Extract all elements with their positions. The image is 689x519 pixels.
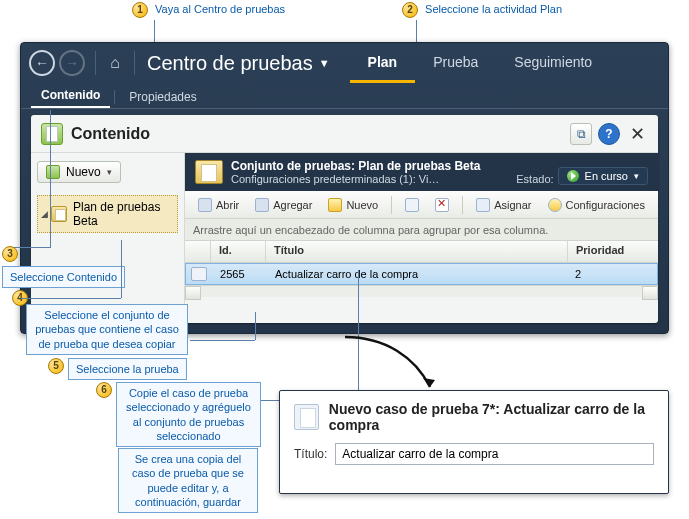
grid-header-title[interactable]: Título xyxy=(266,241,568,262)
callout-text-3: Seleccione Contenido xyxy=(2,266,125,288)
panel-title: Contenido xyxy=(71,125,564,143)
callout-text-5: Seleccione la prueba xyxy=(68,358,187,380)
assign-icon xyxy=(476,198,490,212)
open-button[interactable]: Abrir xyxy=(191,195,246,215)
callout-badge-3: 3 xyxy=(2,246,18,262)
callout-text-7: Se crea una copia del caso de prueba que… xyxy=(118,448,258,513)
callout-text-6: Copie el caso de prueba seleccionado y a… xyxy=(116,382,261,447)
new-label: Nuevo xyxy=(346,199,378,211)
assign-button[interactable]: Asignar xyxy=(469,195,538,215)
grid-header: Id. Título Prioridad xyxy=(185,241,658,263)
state-dropdown[interactable]: En curso xyxy=(558,167,648,185)
close-button[interactable]: ✕ xyxy=(626,123,648,145)
new-star-icon xyxy=(328,198,342,212)
config-button[interactable]: Configuraciones xyxy=(541,195,653,215)
testcase-icon xyxy=(191,267,207,281)
app-window: ← → ⌂ Centro de pruebas ▼ Plan Prueba Se… xyxy=(20,42,669,334)
config-label: Configuraciones xyxy=(566,199,646,211)
grid-cell-priority: 2 xyxy=(567,266,657,282)
separator xyxy=(462,196,463,214)
add-label: Agregar xyxy=(273,199,312,211)
new-icon xyxy=(46,165,60,179)
grid-header-icon[interactable] xyxy=(185,241,211,262)
activity-tab-seguimiento[interactable]: Seguimiento xyxy=(496,44,610,83)
grid-header-id[interactable]: Id. xyxy=(211,241,266,262)
callout-badge-5: 5 xyxy=(48,358,64,374)
delete-button[interactable] xyxy=(428,195,456,215)
tree-item-label: Plan de pruebas Beta xyxy=(73,200,175,228)
collapse-icon[interactable]: ◢ xyxy=(40,209,49,219)
suite-title: Conjunto de pruebas: Plan de pruebas Bet… xyxy=(231,159,516,173)
breadcrumb-label: Centro de pruebas xyxy=(147,52,313,75)
new-testcase-card: Nuevo caso de prueba 7*: Actualizar carr… xyxy=(279,390,669,494)
state-value: En curso xyxy=(585,170,628,182)
subtab-propiedades[interactable]: Propiedades xyxy=(119,86,206,108)
detail-pane: Conjunto de pruebas: Plan de pruebas Bet… xyxy=(185,153,658,323)
gear-icon xyxy=(548,198,562,212)
play-icon xyxy=(567,170,579,182)
help-button[interactable]: ? xyxy=(598,123,620,145)
callout-text-1: Vaya al Centro de pruebas xyxy=(155,3,285,15)
callout-badge-1: 1 xyxy=(132,2,148,18)
state-label: Estado: xyxy=(516,173,553,185)
horizontal-scrollbar[interactable] xyxy=(185,285,658,297)
grid-cell-title: Actualizar carro de la compra xyxy=(267,266,567,282)
tree-item-plan-beta[interactable]: ◢ Plan de pruebas Beta xyxy=(37,195,178,233)
suite-large-icon xyxy=(195,160,223,184)
back-button[interactable]: ← xyxy=(29,50,55,76)
suite-icon xyxy=(51,206,67,222)
forward-button[interactable]: → xyxy=(59,50,85,76)
delete-icon xyxy=(435,198,449,212)
new-window-button[interactable]: ⧉ xyxy=(570,123,592,145)
callout-text-4: Seleccione el conjunto de pruebas que co… xyxy=(26,304,188,355)
grid-cell-id: 2565 xyxy=(212,266,267,282)
svg-marker-0 xyxy=(423,378,435,387)
suite-subtitle: Configuraciones predeterminadas (1): Vi… xyxy=(231,173,516,185)
add-button[interactable]: Agregar xyxy=(248,195,319,215)
grid-header-priority[interactable]: Prioridad xyxy=(568,241,658,262)
open-label: Abrir xyxy=(216,199,239,211)
activity-tab-plan[interactable]: Plan xyxy=(350,44,416,83)
separator xyxy=(391,196,392,214)
title-input[interactable] xyxy=(335,443,654,465)
separator xyxy=(134,51,135,75)
grid-row[interactable]: 2565 Actualizar carro de la compra 2 xyxy=(185,263,658,285)
newcase-title: Nuevo caso de prueba 7*: Actualizar carr… xyxy=(329,401,654,433)
group-by-bar[interactable]: Arrastre aquí un encabezado de columna p… xyxy=(185,219,658,241)
content-icon xyxy=(41,123,63,145)
callout-badge-2: 2 xyxy=(402,2,418,18)
content-panel: Contenido ⧉ ? ✕ Nuevo ◢ Plan de pruebas … xyxy=(31,115,658,323)
callout-text-2: Seleccione la actividad Plan xyxy=(425,3,562,15)
title-field-label: Título: xyxy=(294,447,327,461)
home-button[interactable]: ⌂ xyxy=(102,50,128,76)
separator xyxy=(114,90,115,104)
chevron-down-icon: ▼ xyxy=(319,57,330,69)
subtab-contenido[interactable]: Contenido xyxy=(31,84,110,108)
copy-button[interactable] xyxy=(398,195,426,215)
open-icon xyxy=(198,198,212,212)
new-dropdown-label: Nuevo xyxy=(66,165,101,179)
assign-label: Asignar xyxy=(494,199,531,211)
separator xyxy=(95,51,96,75)
copy-icon xyxy=(405,198,419,212)
callout-badge-6: 6 xyxy=(96,382,112,398)
breadcrumb-dropdown[interactable]: Centro de pruebas ▼ xyxy=(147,52,330,75)
testcase-large-icon xyxy=(294,404,319,430)
add-icon xyxy=(255,198,269,212)
new-button[interactable]: Nuevo xyxy=(321,195,385,215)
activity-tab-prueba[interactable]: Prueba xyxy=(415,44,496,83)
